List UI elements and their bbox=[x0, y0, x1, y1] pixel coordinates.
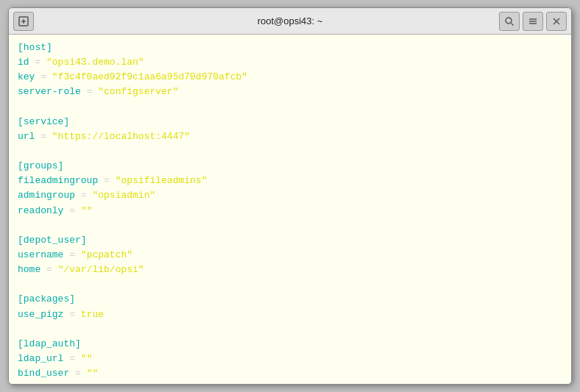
terminal-line: [packages] bbox=[18, 292, 562, 307]
terminal-line: [groups] bbox=[18, 159, 562, 174]
terminal-content[interactable]: [host]id = "opsi43.demo.lan"key = "f3c4f… bbox=[9, 35, 571, 384]
terminal-line: url = "https://localhost:4447" bbox=[18, 129, 562, 144]
terminal-line: admingroup = "opsiadmin" bbox=[18, 188, 562, 203]
terminal-line bbox=[18, 100, 562, 115]
terminal-line: use_pigz = true bbox=[18, 307, 562, 322]
terminal-line bbox=[18, 277, 562, 292]
terminal-line: fileadmingroup = "opsifileadmins" bbox=[18, 174, 562, 188]
menu-button[interactable] bbox=[523, 12, 543, 31]
terminal-line: id = "opsi43.demo.lan" bbox=[18, 55, 562, 70]
terminal-line: bind_user = "" bbox=[18, 366, 562, 381]
terminal-line bbox=[18, 322, 562, 337]
window-title: root@opsi43: ~ bbox=[258, 15, 323, 26]
terminal-line: ldap_url = "" bbox=[18, 352, 562, 366]
terminal-window: root@opsi43: ~ bbox=[8, 7, 572, 385]
terminal-line: username = "pcpatch" bbox=[18, 248, 562, 263]
terminal-line: key = "f3c4f0aed92f9c1aa6a95d70d970afcb" bbox=[18, 70, 562, 85]
svg-line-4 bbox=[512, 23, 514, 25]
search-button[interactable] bbox=[499, 12, 520, 31]
close-button[interactable] bbox=[546, 12, 567, 31]
terminal-line bbox=[18, 218, 562, 233]
terminal-line: [depot_user] bbox=[18, 233, 562, 248]
titlebar: root@opsi43: ~ bbox=[9, 8, 571, 35]
titlebar-left bbox=[13, 12, 34, 31]
terminal-line: readonly = "" bbox=[18, 204, 562, 218]
terminal-line: home = "/var/lib/opsi" bbox=[18, 263, 562, 277]
terminal-line: [ldap_auth] bbox=[18, 337, 562, 352]
titlebar-right bbox=[499, 12, 567, 31]
terminal-line: [host] bbox=[18, 40, 562, 55]
terminal-line bbox=[18, 144, 562, 159]
svg-point-3 bbox=[506, 18, 512, 24]
new-tab-button[interactable] bbox=[13, 12, 34, 31]
terminal-line: [service] bbox=[18, 115, 562, 129]
terminal-line: server-role = "configserver" bbox=[18, 85, 562, 99]
